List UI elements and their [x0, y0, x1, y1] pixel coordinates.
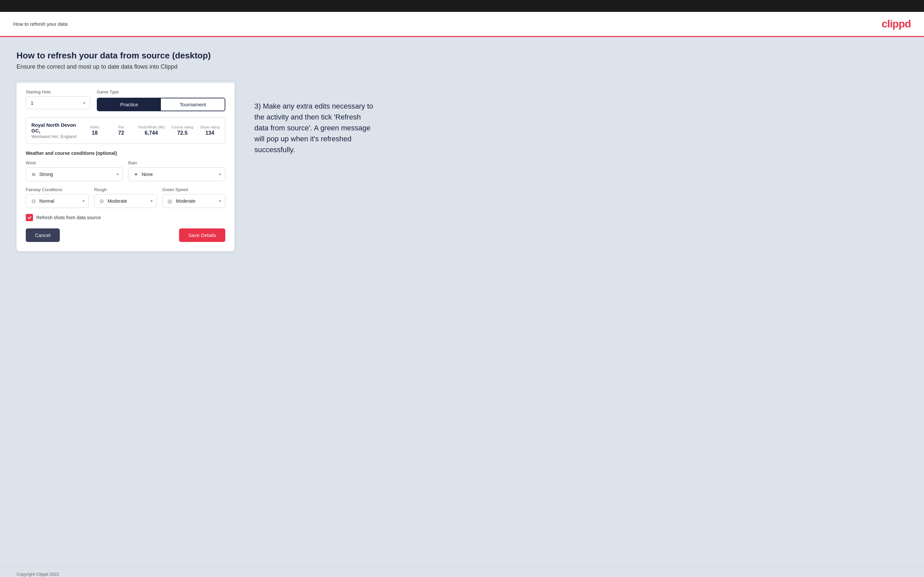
- page-title: How to refresh your data from source (de…: [16, 50, 908, 61]
- slope-rating-stat: Slope rating 134: [200, 125, 220, 136]
- content-layout: Starting Hole 1 ▾ Game Type Practice Tou…: [16, 81, 908, 251]
- rain-chevron-icon: ▾: [219, 172, 221, 177]
- course-row: Royal North Devon GC, Westward Ho!, Engl…: [31, 122, 220, 139]
- footer-copyright: Copyright Clippd 2022: [16, 572, 59, 577]
- fairway-chevron-icon: ▾: [82, 199, 84, 203]
- par-label: Par: [111, 125, 131, 129]
- rain-select[interactable]: ✦ None ▾: [128, 168, 225, 181]
- game-type-group: Game Type Practice Tournament: [97, 89, 225, 111]
- yards-value: 6,744: [138, 130, 165, 136]
- course-rating-value: 72.5: [171, 130, 193, 136]
- rough-group: Rough ⊙ Moderate ▾: [94, 187, 157, 208]
- fairway-select[interactable]: ⊙ Normal ▾: [26, 194, 89, 208]
- starting-hole-group: Starting Hole 1 ▾: [26, 89, 90, 111]
- rain-value: None: [142, 172, 216, 177]
- rough-label: Rough: [94, 187, 157, 192]
- course-rating-stat: Course rating 72.5: [171, 125, 193, 136]
- page-subtitle: Ensure the correct and most up to date d…: [16, 63, 908, 70]
- wind-icon: ≋: [30, 171, 37, 177]
- page-breadcrumb: How to refresh your data: [13, 21, 68, 27]
- top-form-row: Starting Hole 1 ▾ Game Type Practice Tou…: [26, 89, 225, 111]
- fairway-value: Normal: [39, 198, 80, 204]
- yards-stat: Yards/White (M)) 6,744: [138, 125, 165, 136]
- main-content: How to refresh your data from source (de…: [0, 37, 924, 566]
- green-speed-group: Green Speed ◎ Moderate ▾: [162, 187, 225, 208]
- green-speed-value: Moderate: [176, 198, 216, 204]
- starting-hole-label: Starting Hole: [26, 89, 90, 94]
- starting-hole-select[interactable]: 1 ▾: [26, 97, 90, 109]
- wind-label: Wind: [26, 160, 123, 165]
- course-name-block: Royal North Devon GC, Westward Ho!, Engl…: [31, 122, 78, 139]
- holes-value: 18: [85, 130, 105, 136]
- holes-stat: Holes 18: [85, 125, 105, 136]
- wind-chevron-icon: ▾: [116, 172, 119, 177]
- rough-select[interactable]: ⊙ Moderate ▾: [94, 194, 157, 208]
- green-speed-icon: ◎: [166, 198, 173, 204]
- par-value: 72: [111, 130, 131, 136]
- holes-label: Holes: [85, 125, 105, 129]
- footer: Copyright Clippd 2022: [0, 566, 924, 577]
- rough-icon: ⊙: [99, 198, 105, 204]
- course-location: Westward Ho!, England: [31, 134, 78, 139]
- green-speed-chevron-icon: ▾: [219, 199, 221, 203]
- yards-label: Yards/White (M)): [138, 125, 165, 129]
- page-header: How to refresh your data clippd: [0, 12, 924, 37]
- tournament-toggle-btn[interactable]: Tournament: [161, 98, 225, 111]
- wind-group: Wind ≋ Strong ▾: [26, 160, 123, 181]
- wind-value: Strong: [39, 172, 114, 177]
- fairway-rough-green-row: Fairway Conditions ⊙ Normal ▾ Rough ⊙ Mo…: [26, 187, 225, 208]
- fairway-group: Fairway Conditions ⊙ Normal ▾: [26, 187, 89, 208]
- refresh-checkbox[interactable]: [26, 214, 33, 221]
- rain-group: Rain ✦ None ▾: [128, 160, 225, 181]
- save-button[interactable]: Save Details: [179, 229, 225, 242]
- game-type-label: Game Type: [97, 89, 225, 94]
- par-stat: Par 72: [111, 125, 131, 136]
- logo: clippd: [882, 18, 911, 30]
- cancel-button[interactable]: Cancel: [26, 229, 60, 242]
- rain-icon: ✦: [132, 171, 139, 177]
- game-type-toggle: Practice Tournament: [97, 98, 225, 111]
- side-description: 3) Make any extra edits necessary to the…: [254, 81, 373, 155]
- starting-hole-value: 1: [31, 100, 33, 106]
- rough-value: Moderate: [108, 198, 148, 204]
- green-speed-label: Green Speed: [162, 187, 225, 192]
- fairway-icon: ⊙: [30, 198, 37, 204]
- rough-chevron-icon: ▾: [151, 199, 153, 203]
- course-info: Royal North Devon GC, Westward Ho!, Engl…: [26, 117, 225, 144]
- green-speed-select[interactable]: ◎ Moderate ▾: [162, 194, 225, 208]
- wind-rain-row: Wind ≋ Strong ▾ Rain ✦ None ▾: [26, 160, 225, 181]
- course-name: Royal North Devon GC,: [31, 122, 78, 133]
- course-rating-label: Course rating: [171, 125, 193, 129]
- practice-toggle-btn[interactable]: Practice: [97, 98, 161, 111]
- side-description-text: 3) Make any extra edits necessary to the…: [254, 101, 373, 155]
- slope-rating-value: 134: [200, 130, 220, 136]
- form-card: Starting Hole 1 ▾ Game Type Practice Tou…: [16, 81, 234, 251]
- refresh-checkbox-row: Refresh shots from data source: [26, 214, 225, 221]
- button-row: Cancel Save Details: [26, 229, 225, 242]
- conditions-section-title: Weather and course conditions (optional): [26, 150, 225, 156]
- slope-rating-label: Slope rating: [200, 125, 220, 129]
- starting-hole-chevron-icon: ▾: [83, 101, 85, 105]
- rain-label: Rain: [128, 160, 225, 165]
- fairway-label: Fairway Conditions: [26, 187, 89, 192]
- wind-select[interactable]: ≋ Strong ▾: [26, 168, 123, 181]
- refresh-checkbox-label: Refresh shots from data source: [36, 215, 101, 220]
